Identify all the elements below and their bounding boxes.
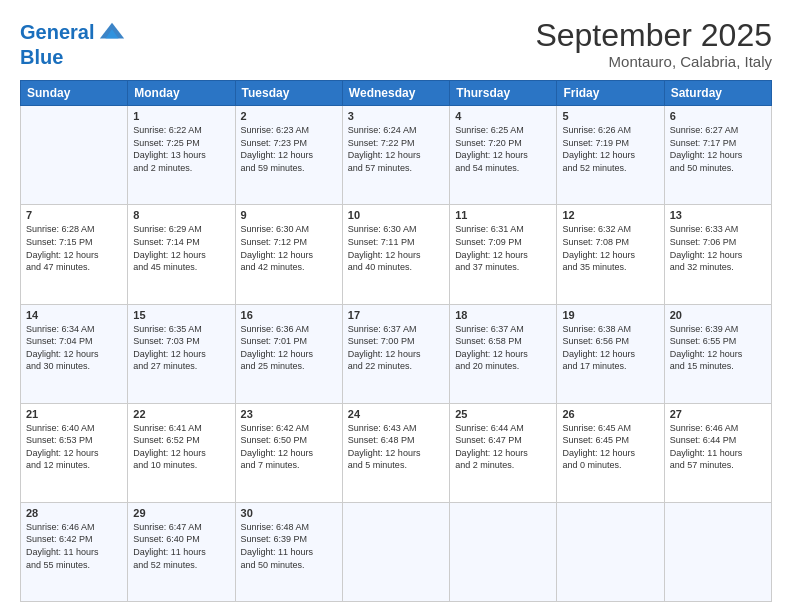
day-info: Sunrise: 6:44 AM Sunset: 6:47 PM Dayligh…	[455, 422, 551, 472]
day-info: Sunrise: 6:27 AM Sunset: 7:17 PM Dayligh…	[670, 124, 766, 174]
day-number: 28	[26, 507, 122, 519]
day-number: 24	[348, 408, 444, 420]
calendar-header: SundayMondayTuesdayWednesdayThursdayFrid…	[21, 81, 772, 106]
day-info: Sunrise: 6:26 AM Sunset: 7:19 PM Dayligh…	[562, 124, 658, 174]
day-number: 12	[562, 209, 658, 221]
day-info: Sunrise: 6:48 AM Sunset: 6:39 PM Dayligh…	[241, 521, 337, 571]
day-info: Sunrise: 6:40 AM Sunset: 6:53 PM Dayligh…	[26, 422, 122, 472]
day-number: 3	[348, 110, 444, 122]
calendar-cell: 22Sunrise: 6:41 AM Sunset: 6:52 PM Dayli…	[128, 403, 235, 502]
calendar-cell: 25Sunrise: 6:44 AM Sunset: 6:47 PM Dayli…	[450, 403, 557, 502]
day-info: Sunrise: 6:37 AM Sunset: 6:58 PM Dayligh…	[455, 323, 551, 373]
calendar-cell: 29Sunrise: 6:47 AM Sunset: 6:40 PM Dayli…	[128, 502, 235, 601]
weekday-header-row: SundayMondayTuesdayWednesdayThursdayFrid…	[21, 81, 772, 106]
day-number: 26	[562, 408, 658, 420]
day-number: 4	[455, 110, 551, 122]
calendar-cell: 19Sunrise: 6:38 AM Sunset: 6:56 PM Dayli…	[557, 304, 664, 403]
weekday-saturday: Saturday	[664, 81, 771, 106]
day-number: 9	[241, 209, 337, 221]
logo-icon	[98, 18, 126, 46]
day-number: 27	[670, 408, 766, 420]
day-number: 20	[670, 309, 766, 321]
calendar-cell: 23Sunrise: 6:42 AM Sunset: 6:50 PM Dayli…	[235, 403, 342, 502]
week-row-0: 1Sunrise: 6:22 AM Sunset: 7:25 PM Daylig…	[21, 106, 772, 205]
location: Montauro, Calabria, Italy	[535, 53, 772, 70]
calendar-cell: 1Sunrise: 6:22 AM Sunset: 7:25 PM Daylig…	[128, 106, 235, 205]
calendar-cell: 30Sunrise: 6:48 AM Sunset: 6:39 PM Dayli…	[235, 502, 342, 601]
day-info: Sunrise: 6:31 AM Sunset: 7:09 PM Dayligh…	[455, 223, 551, 273]
page: General Blue September 2025 Montauro, Ca…	[0, 0, 792, 612]
day-info: Sunrise: 6:46 AM Sunset: 6:42 PM Dayligh…	[26, 521, 122, 571]
calendar-cell: 20Sunrise: 6:39 AM Sunset: 6:55 PM Dayli…	[664, 304, 771, 403]
calendar-cell: 16Sunrise: 6:36 AM Sunset: 7:01 PM Dayli…	[235, 304, 342, 403]
day-info: Sunrise: 6:35 AM Sunset: 7:03 PM Dayligh…	[133, 323, 229, 373]
calendar-cell: 13Sunrise: 6:33 AM Sunset: 7:06 PM Dayli…	[664, 205, 771, 304]
logo: General Blue	[20, 18, 126, 68]
calendar-cell: 11Sunrise: 6:31 AM Sunset: 7:09 PM Dayli…	[450, 205, 557, 304]
week-row-1: 7Sunrise: 6:28 AM Sunset: 7:15 PM Daylig…	[21, 205, 772, 304]
day-number: 16	[241, 309, 337, 321]
calendar-cell	[450, 502, 557, 601]
day-number: 29	[133, 507, 229, 519]
day-info: Sunrise: 6:30 AM Sunset: 7:12 PM Dayligh…	[241, 223, 337, 273]
calendar-body: 1Sunrise: 6:22 AM Sunset: 7:25 PM Daylig…	[21, 106, 772, 602]
calendar-cell: 10Sunrise: 6:30 AM Sunset: 7:11 PM Dayli…	[342, 205, 449, 304]
day-info: Sunrise: 6:41 AM Sunset: 6:52 PM Dayligh…	[133, 422, 229, 472]
logo-text-line2: Blue	[20, 46, 126, 68]
day-number: 5	[562, 110, 658, 122]
calendar-cell: 9Sunrise: 6:30 AM Sunset: 7:12 PM Daylig…	[235, 205, 342, 304]
day-number: 14	[26, 309, 122, 321]
day-info: Sunrise: 6:23 AM Sunset: 7:23 PM Dayligh…	[241, 124, 337, 174]
calendar-cell: 4Sunrise: 6:25 AM Sunset: 7:20 PM Daylig…	[450, 106, 557, 205]
day-info: Sunrise: 6:36 AM Sunset: 7:01 PM Dayligh…	[241, 323, 337, 373]
day-info: Sunrise: 6:42 AM Sunset: 6:50 PM Dayligh…	[241, 422, 337, 472]
day-number: 11	[455, 209, 551, 221]
day-number: 1	[133, 110, 229, 122]
day-number: 7	[26, 209, 122, 221]
calendar-cell: 26Sunrise: 6:45 AM Sunset: 6:45 PM Dayli…	[557, 403, 664, 502]
day-info: Sunrise: 6:43 AM Sunset: 6:48 PM Dayligh…	[348, 422, 444, 472]
day-info: Sunrise: 6:25 AM Sunset: 7:20 PM Dayligh…	[455, 124, 551, 174]
calendar-cell: 28Sunrise: 6:46 AM Sunset: 6:42 PM Dayli…	[21, 502, 128, 601]
calendar-cell: 21Sunrise: 6:40 AM Sunset: 6:53 PM Dayli…	[21, 403, 128, 502]
calendar-cell	[557, 502, 664, 601]
day-info: Sunrise: 6:34 AM Sunset: 7:04 PM Dayligh…	[26, 323, 122, 373]
day-number: 15	[133, 309, 229, 321]
calendar-cell: 3Sunrise: 6:24 AM Sunset: 7:22 PM Daylig…	[342, 106, 449, 205]
day-number: 17	[348, 309, 444, 321]
calendar-cell: 5Sunrise: 6:26 AM Sunset: 7:19 PM Daylig…	[557, 106, 664, 205]
calendar-cell: 17Sunrise: 6:37 AM Sunset: 7:00 PM Dayli…	[342, 304, 449, 403]
calendar-cell: 6Sunrise: 6:27 AM Sunset: 7:17 PM Daylig…	[664, 106, 771, 205]
day-info: Sunrise: 6:24 AM Sunset: 7:22 PM Dayligh…	[348, 124, 444, 174]
calendar-cell: 14Sunrise: 6:34 AM Sunset: 7:04 PM Dayli…	[21, 304, 128, 403]
calendar-cell: 24Sunrise: 6:43 AM Sunset: 6:48 PM Dayli…	[342, 403, 449, 502]
calendar-cell: 27Sunrise: 6:46 AM Sunset: 6:44 PM Dayli…	[664, 403, 771, 502]
weekday-monday: Monday	[128, 81, 235, 106]
calendar: SundayMondayTuesdayWednesdayThursdayFrid…	[20, 80, 772, 602]
header: General Blue September 2025 Montauro, Ca…	[20, 18, 772, 70]
weekday-sunday: Sunday	[21, 81, 128, 106]
day-number: 19	[562, 309, 658, 321]
calendar-cell: 8Sunrise: 6:29 AM Sunset: 7:14 PM Daylig…	[128, 205, 235, 304]
day-info: Sunrise: 6:22 AM Sunset: 7:25 PM Dayligh…	[133, 124, 229, 174]
day-number: 18	[455, 309, 551, 321]
day-info: Sunrise: 6:39 AM Sunset: 6:55 PM Dayligh…	[670, 323, 766, 373]
day-number: 23	[241, 408, 337, 420]
day-info: Sunrise: 6:28 AM Sunset: 7:15 PM Dayligh…	[26, 223, 122, 273]
month-title: September 2025	[535, 18, 772, 53]
weekday-wednesday: Wednesday	[342, 81, 449, 106]
weekday-friday: Friday	[557, 81, 664, 106]
day-info: Sunrise: 6:37 AM Sunset: 7:00 PM Dayligh…	[348, 323, 444, 373]
title-area: September 2025 Montauro, Calabria, Italy	[535, 18, 772, 70]
day-info: Sunrise: 6:29 AM Sunset: 7:14 PM Dayligh…	[133, 223, 229, 273]
calendar-cell: 7Sunrise: 6:28 AM Sunset: 7:15 PM Daylig…	[21, 205, 128, 304]
week-row-3: 21Sunrise: 6:40 AM Sunset: 6:53 PM Dayli…	[21, 403, 772, 502]
day-info: Sunrise: 6:46 AM Sunset: 6:44 PM Dayligh…	[670, 422, 766, 472]
weekday-thursday: Thursday	[450, 81, 557, 106]
calendar-cell	[21, 106, 128, 205]
day-number: 10	[348, 209, 444, 221]
calendar-cell: 15Sunrise: 6:35 AM Sunset: 7:03 PM Dayli…	[128, 304, 235, 403]
calendar-cell: 18Sunrise: 6:37 AM Sunset: 6:58 PM Dayli…	[450, 304, 557, 403]
day-info: Sunrise: 6:30 AM Sunset: 7:11 PM Dayligh…	[348, 223, 444, 273]
day-info: Sunrise: 6:32 AM Sunset: 7:08 PM Dayligh…	[562, 223, 658, 273]
